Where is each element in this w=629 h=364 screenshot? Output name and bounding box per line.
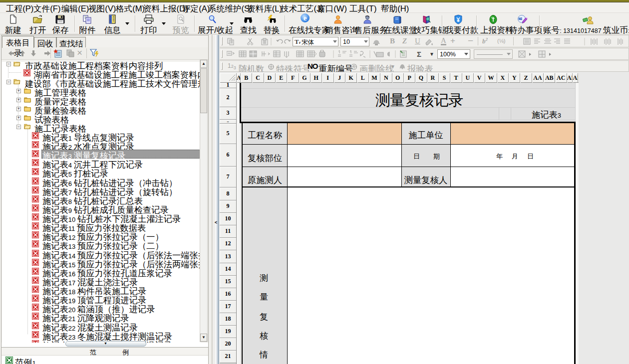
svg-text:DVD: DVD — [519, 17, 524, 20]
